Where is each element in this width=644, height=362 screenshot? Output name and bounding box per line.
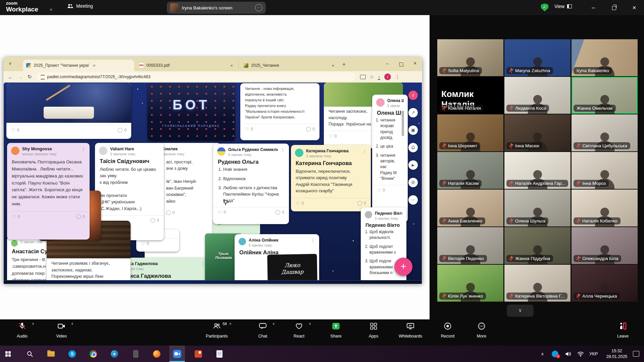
browser-close-button[interactable]: × (413, 60, 416, 66)
reload-icon[interactable]: ↻ (28, 74, 32, 80)
padlet-scrollbar-thumb[interactable] (402, 111, 404, 136)
comment-button[interactable]: 0 (357, 201, 366, 206)
comment-button[interactable]: 0 (276, 210, 284, 215)
cast-icon[interactable] (360, 75, 366, 79)
view-button[interactable]: View (554, 4, 572, 9)
tab-close-icon[interactable]: × (332, 63, 334, 68)
presentation-app-icon[interactable] (191, 346, 206, 362)
record-button[interactable]: Record (432, 322, 463, 339)
padlet-card-alina[interactable]: Аліна Олійник 5 хвилин тому ⋮ Олійник Ал… (235, 234, 319, 284)
audio-button[interactable]: ∧ Audio (7, 322, 38, 339)
browser-tab-pdf[interactable]: ZNU 0055333.pdf × (136, 60, 236, 71)
device-icon[interactable] (128, 346, 143, 362)
padlet-card-book-image[interactable]: ♡0 0 (6, 83, 131, 139)
participant-tile[interactable]: Людмила Коса (504, 77, 571, 114)
address-bar[interactable]: padlet.com/mediagramotnist77/2025_-30rvy… (37, 72, 355, 81)
video-button[interactable]: ∧ Video (46, 322, 77, 339)
comment-button[interactable]: 0 (150, 218, 159, 223)
participant-tile[interactable]: Катерина Вікторівна Г... (504, 265, 571, 302)
layout-icon[interactable]: ▣ (408, 125, 418, 135)
security-shield-icon[interactable]: ✓ (541, 3, 548, 11)
participant-tile[interactable]: Наталія Кобилко (572, 190, 638, 226)
more-button[interactable]: More (466, 322, 497, 339)
participant-tile[interactable]: Комлик Наталія Комлик Наталія (437, 77, 503, 114)
card-menu-kebab-icon[interactable]: ⋮ (362, 149, 367, 154)
wifi-icon[interactable] (577, 346, 584, 362)
tab-meeting[interactable]: Meeting (67, 3, 93, 9)
settings-gear-icon[interactable] (408, 178, 418, 187)
edge-icon[interactable]: e (107, 346, 122, 362)
document-app-icon[interactable] (212, 346, 227, 362)
react-options-chevron-icon[interactable]: ∧ (309, 322, 311, 325)
workspace-chevron-icon[interactable]: ∨ (50, 7, 52, 12)
card-menu-kebab-icon[interactable]: ⋮ (281, 147, 285, 152)
participant-tile[interactable]: Вікторія Педенко (437, 227, 503, 264)
participant-tile[interactable]: Світлана Цибульська (572, 114, 638, 151)
padlet-card-shy-mongoose[interactable]: Shy Mongoose менше хвилини тому ⋮ Вихова… (7, 143, 90, 240)
padlet-card-honcharova[interactable]: Катерина Гончарова 3 хвилини тому ⋮ Кате… (291, 145, 371, 211)
window-minimize-button[interactable]: – (586, 0, 601, 15)
react-button[interactable]: ∧ React (284, 322, 314, 339)
tab-shared-screen[interactable]: Iryna Bakalenko's screen ⋯ (167, 2, 266, 14)
audio-options-chevron-icon[interactable]: ∧ (32, 322, 34, 325)
browser-profile-avatar[interactable]: i (384, 73, 391, 80)
share-screen-button[interactable]: Share (320, 322, 351, 339)
start-button[interactable] (1, 346, 17, 362)
play-icon[interactable]: ▶ (408, 160, 418, 170)
participant-tile[interactable]: Maryna Zaluzhna (504, 39, 571, 76)
leave-button[interactable]: Leave (607, 322, 638, 339)
participant-tile[interactable]: Наталія Касим (437, 152, 503, 189)
participant-tile[interactable]: Інна Масюк (504, 114, 571, 151)
file-explorer-icon[interactable] (43, 346, 59, 362)
clock[interactable]: 15:32 28.01.2025 (603, 348, 630, 360)
like-button[interactable]: ♡0 (377, 188, 385, 193)
participant-tile[interactable]: Наталія Андріївна Гар... (504, 152, 571, 189)
firefox-icon[interactable] (149, 346, 164, 362)
tab-close-icon[interactable]: × (230, 63, 233, 68)
bell-icon[interactable] (408, 143, 418, 152)
card-menu-kebab-icon[interactable]: ⋮ (81, 147, 86, 152)
like-button[interactable]: ♡0 (218, 210, 226, 215)
participant-tile[interactable]: Iryna Bakalenko (572, 39, 638, 76)
comment-button[interactable]: 0 (118, 128, 127, 133)
participants-options-chevron-icon[interactable]: ∧ (229, 322, 232, 325)
window-restore-button[interactable] (607, 0, 622, 15)
language-indicator[interactable]: УКР (589, 346, 598, 362)
collapse-gallery-button[interactable]: ∨ (507, 305, 534, 317)
volume-icon[interactable] (565, 346, 571, 362)
search-button[interactable] (22, 346, 38, 362)
like-button[interactable]: ♡0 (245, 126, 253, 132)
like-button[interactable]: ♡0 (12, 214, 20, 219)
padlet-profile-badge[interactable]: i (408, 91, 418, 100)
back-icon[interactable]: ← (8, 74, 13, 80)
participant-tile[interactable]: Алла Чернецька (572, 265, 638, 302)
skype-icon[interactable]: S (64, 346, 80, 362)
tray-skype-icon[interactable] (552, 346, 558, 362)
new-tab-button[interactable]: + (342, 61, 346, 68)
like-button[interactable]: ♡0 (141, 241, 149, 246)
participant-tile[interactable]: Юлія Лук`яненко (437, 265, 503, 302)
participant-tile[interactable]: Олена Шульга (504, 190, 571, 226)
add-post-button[interactable]: + (394, 258, 412, 276)
browser-tab-chytannia[interactable]: 2025_Читання × (240, 60, 338, 71)
chat-options-chevron-icon[interactable]: ∧ (273, 322, 275, 325)
participants-button[interactable]: 58 ∧ Participants (201, 322, 232, 339)
forward-icon[interactable]: → (18, 74, 23, 80)
site-settings-icon[interactable] (41, 75, 45, 80)
chrome-icon[interactable] (86, 346, 101, 362)
participant-tile[interactable]: Анна Бакаленко (437, 190, 503, 226)
padlet-card-bot-cover[interactable]: БОТ ГУАЯКІЛЬСЬКИЙ ПАРАДОКС (147, 83, 235, 141)
comment-button[interactable]: 0 (306, 127, 315, 132)
card-menu-kebab-icon[interactable]: ⋮ (311, 238, 315, 243)
share-icon[interactable]: ↗ (408, 108, 418, 117)
like-button[interactable]: ♡0 (296, 201, 304, 206)
tray-chevron-icon[interactable]: ∧ (541, 346, 544, 362)
zoom-app-icon-active[interactable] (169, 346, 185, 362)
card-menu-kebab-icon[interactable]: ⋮ (201, 261, 205, 266)
like-button[interactable]: ♡0 (329, 134, 337, 139)
participant-tile[interactable]: Інна Мороз (572, 152, 638, 189)
video-options-chevron-icon[interactable]: ∧ (71, 322, 73, 325)
comment-button[interactable]: 0 (76, 214, 85, 219)
tab-search-chevron-icon[interactable]: ∨ (9, 61, 12, 66)
participant-tile[interactable]: Sofia Malyutina (437, 39, 503, 76)
